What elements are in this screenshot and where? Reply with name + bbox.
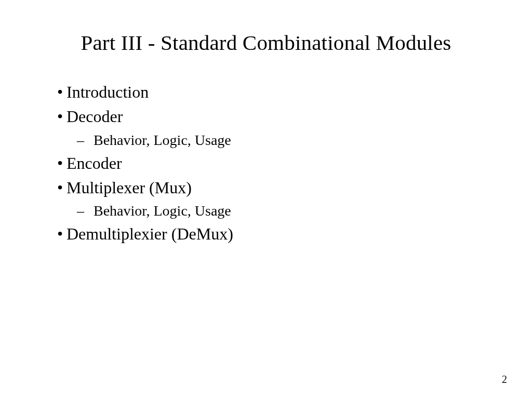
sub-bullet-text: Behavior, Logic, Usage: [94, 132, 231, 148]
sub-bullet-item: Behavior, Logic, Usage: [57, 129, 490, 151]
bullet-item: Introduction: [57, 80, 490, 104]
sub-bullet-text: Behavior, Logic, Usage: [94, 203, 231, 219]
sub-bullet-item: Behavior, Logic, Usage: [57, 200, 490, 222]
bullet-item: Encoder: [57, 151, 490, 176]
page-number: 2: [502, 374, 507, 385]
slide-content: Introduction Decoder Behavior, Logic, Us…: [42, 80, 490, 247]
slide-title: Part III - Standard Combinational Module…: [42, 30, 490, 55]
bullet-item: Demultiplexier (DeMux): [57, 222, 490, 246]
bullet-item: Multiplexer (Mux): [57, 176, 490, 200]
bullet-item: Decoder: [57, 104, 490, 129]
slide: Part III - Standard Combinational Module…: [0, 0, 532, 399]
